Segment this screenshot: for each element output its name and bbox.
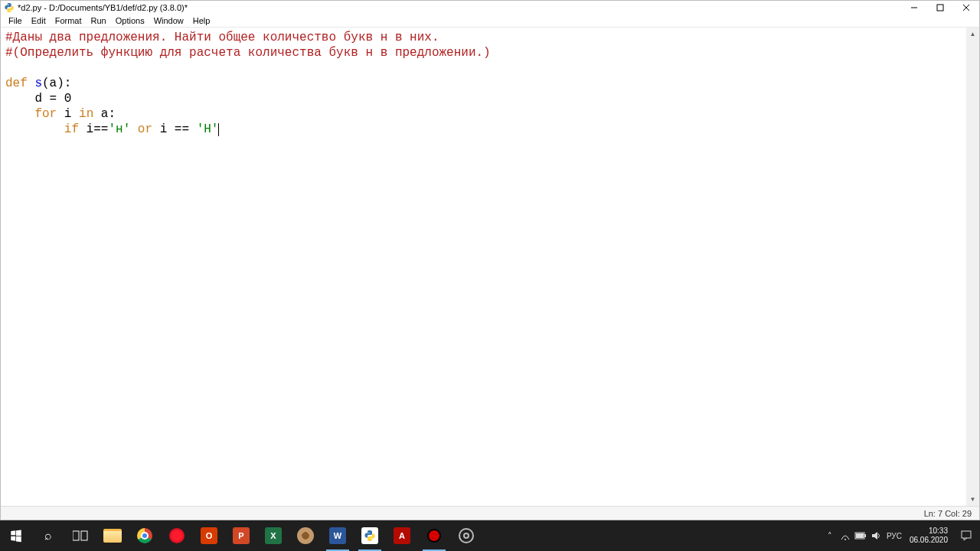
code-kw-for: for [34,107,57,121]
search-button[interactable]: ⌕ [32,520,64,551]
clock-date: 06.06.2020 [910,536,948,545]
powerpoint-icon: P [233,527,250,544]
menu-run[interactable]: Run [87,16,111,25]
taskbar-left: ⌕ O P X W A [0,520,482,551]
code-text: i== [79,122,108,136]
svg-rect-8 [864,534,866,537]
code-text: i == [152,122,197,136]
taskbar-app-paint[interactable] [289,520,322,551]
task-view-button[interactable] [64,520,96,551]
system-tray: ˄ РУС 10:33 06.06.2020 [822,520,980,551]
tray-language[interactable]: РУС [884,532,905,540]
code-string: 'н' [108,122,130,136]
code-kw-or: or [138,122,152,136]
code-comment: #Даны два предложения. Найти общее колич… [5,31,439,44]
minimize-button[interactable] [901,1,927,15]
action-center-button[interactable] [952,520,980,551]
titlebar[interactable]: *d2.py - D:/Documents/YB1/def/d2.py (3.8… [1,1,979,15]
code-kw-if: if [64,122,79,136]
window-controls [901,1,979,15]
editor-area[interactable]: #Даны два предложения. Найти общее колич… [1,28,979,506]
tray-network-icon[interactable] [838,520,853,551]
svg-rect-10 [962,531,971,538]
clock-time: 10:33 [929,527,948,536]
taskbar-app-powerpoint[interactable]: P [225,520,257,551]
taskbar-app-excel[interactable]: X [257,520,289,551]
code-text: i [57,107,79,121]
code-text: (a): [42,77,71,90]
menu-window[interactable]: Window [149,16,188,25]
menu-edit[interactable]: Edit [27,16,51,25]
svg-rect-4 [73,531,79,540]
cursor-position: Ln: 7 Col: 29 [924,509,972,518]
svg-point-6 [844,539,846,540]
python-icon [4,2,15,13]
taskbar-app-obs[interactable] [450,520,482,551]
excel-icon: X [265,527,282,544]
record-icon [427,529,441,543]
code-content[interactable]: #Даны два предложения. Найти общее колич… [1,28,966,506]
office-icon: O [201,527,217,544]
code-fn-name: s [28,77,42,90]
menubar: File Edit Format Run Options Window Help [1,15,979,28]
palette-icon [297,527,314,544]
acrobat-icon: A [394,527,410,544]
obs-icon [459,528,474,543]
code-kw-def: def [5,77,28,90]
idle-window: *d2.py - D:/Documents/YB1/def/d2.py (3.8… [0,0,980,520]
menu-help[interactable]: Help [188,16,215,25]
taskbar-clock[interactable]: 10:33 06.06.2020 [905,527,952,545]
code-text: d = 0 [5,92,71,106]
taskbar-app-recorder[interactable] [418,520,450,551]
windows-icon [8,527,24,544]
taskbar-app-chrome[interactable] [129,520,161,551]
svg-rect-1 [937,5,943,11]
menu-options[interactable]: Options [111,16,149,25]
scroll-track[interactable] [966,41,979,493]
code-text: a: [93,107,116,121]
tray-volume-icon[interactable] [868,520,884,551]
task-view-icon [73,530,88,542]
statusbar: Ln: 7 Col: 29 [1,506,979,520]
folder-icon [103,529,122,543]
vertical-scrollbar[interactable]: ▲ ▼ [966,28,979,506]
taskbar-app-office[interactable]: O [193,520,225,551]
window-title: *d2.py - D:/Documents/YB1/def/d2.py (3.8… [18,3,188,12]
opera-icon [169,528,185,543]
windows-taskbar: ⌕ O P X W A ˄ РУС 10:33 06.06.2020 [0,520,980,551]
taskbar-app-acrobat[interactable]: A [386,520,418,551]
svg-rect-9 [856,533,864,538]
search-icon: ⌕ [44,529,52,543]
start-button[interactable] [0,520,32,551]
code-comment: #(Определить функцию для расчета количес… [5,46,491,60]
taskbar-app-opera[interactable] [161,520,193,551]
svg-rect-5 [81,531,87,540]
word-icon: W [329,527,346,544]
chrome-icon [137,528,152,543]
menu-format[interactable]: Format [51,16,87,25]
notification-icon [960,530,972,542]
code-string: 'Н' [197,122,219,136]
taskbar-app-idle[interactable] [354,520,386,551]
scroll-down-arrow-icon[interactable]: ▼ [966,493,979,506]
tray-battery-icon[interactable] [853,520,868,551]
scroll-up-arrow-icon[interactable]: ▲ [966,28,979,41]
taskbar-app-explorer[interactable] [96,520,129,551]
maximize-button[interactable] [927,1,953,15]
text-cursor [218,123,219,136]
tray-chevron-up-icon[interactable]: ˄ [822,520,838,551]
code-kw-in: in [79,107,93,121]
python-icon [361,527,378,544]
menu-file[interactable]: File [4,16,27,25]
close-button[interactable] [953,1,979,15]
taskbar-app-word[interactable]: W [322,520,354,551]
